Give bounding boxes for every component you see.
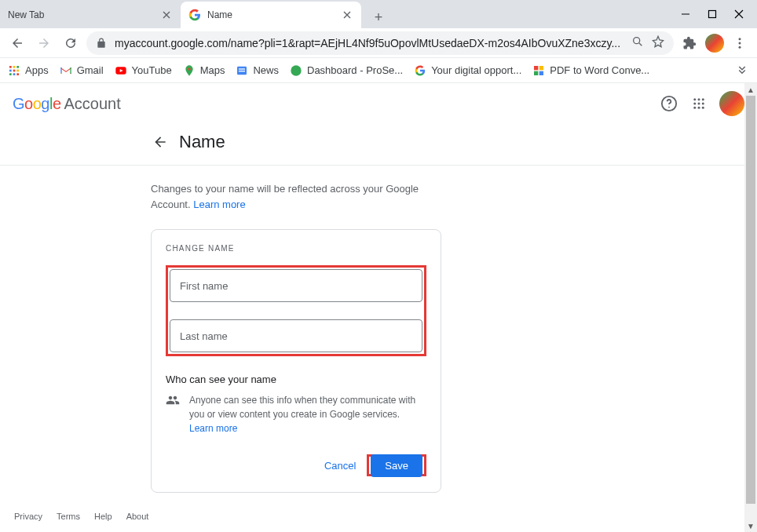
reload-icon[interactable] (60, 32, 82, 54)
svg-point-26 (698, 98, 700, 100)
chrome-menu-icon[interactable] (729, 32, 751, 54)
svg-rect-11 (9, 73, 12, 75)
star-icon[interactable] (652, 35, 664, 50)
account-avatar-icon[interactable] (719, 91, 744, 116)
minimize-icon[interactable] (680, 9, 691, 20)
zoom-icon[interactable] (631, 35, 644, 50)
google-logo[interactable]: Google (13, 95, 61, 113)
first-name-field[interactable]: First name (170, 269, 422, 302)
scroll-thumb[interactable] (746, 96, 755, 504)
svg-rect-8 (9, 69, 12, 71)
page-header: Name (0, 124, 757, 166)
card-section-label: CHANGE NAME (166, 244, 426, 253)
bookmark-gmail[interactable]: Gmail (60, 64, 104, 77)
window-close-icon[interactable] (733, 9, 744, 20)
gmail-icon (60, 64, 72, 77)
pdf-icon (532, 64, 545, 77)
bookmark-label: Gmail (77, 64, 104, 76)
description-text: Changes to your name will be reflected a… (151, 183, 419, 210)
news-icon (236, 64, 248, 77)
footer-terms[interactable]: Terms (57, 512, 80, 521)
bookmark-label: Your digital opport... (431, 64, 521, 76)
people-icon (166, 393, 180, 435)
footer-help[interactable]: Help (94, 512, 112, 521)
tab-strip: New Tab Name + (0, 0, 757, 28)
svg-point-4 (739, 46, 741, 48)
save-highlight: Save (367, 454, 426, 476)
bookmarks-overflow-icon[interactable] (735, 62, 749, 78)
app-bar: Google Account (0, 83, 757, 124)
nav-forward-icon[interactable] (33, 32, 55, 54)
close-icon[interactable] (160, 9, 173, 21)
extensions-icon[interactable] (678, 32, 700, 54)
lock-icon (96, 38, 107, 49)
vertical-scrollbar[interactable]: ▲ ▼ (744, 83, 757, 532)
nav-back-icon[interactable] (6, 32, 28, 54)
footer-privacy[interactable]: Privacy (14, 512, 42, 521)
account-label: Account (64, 95, 121, 113)
svg-point-33 (702, 107, 704, 109)
svg-point-1 (634, 38, 640, 44)
new-tab-button[interactable]: + (368, 6, 389, 28)
svg-rect-20 (539, 66, 543, 70)
svg-point-3 (739, 42, 741, 44)
bookmark-digital-opport[interactable]: Your digital opport... (414, 64, 521, 77)
footer-about[interactable]: About (126, 512, 149, 521)
bookmark-maps[interactable]: Maps (183, 64, 225, 77)
save-button[interactable]: Save (371, 454, 422, 477)
bookmark-label: YouTube (132, 64, 172, 76)
scroll-down-icon[interactable]: ▼ (744, 519, 757, 532)
address-bar[interactable]: myaccount.google.com/name?pli=1&rapt=AEj… (86, 31, 674, 55)
svg-rect-19 (534, 66, 538, 70)
bookmark-youtube[interactable]: YouTube (115, 64, 172, 77)
profile-avatar-icon[interactable] (705, 34, 724, 53)
svg-rect-13 (16, 73, 19, 75)
svg-rect-12 (13, 73, 16, 75)
bookmark-pdf-word[interactable]: PDF to Word Conve... (532, 64, 649, 77)
bookmark-dashboard[interactable]: Dashboard - ProSe... (290, 64, 403, 77)
cancel-button[interactable]: Cancel (324, 460, 356, 472)
svg-rect-7 (16, 66, 19, 68)
learn-more-link[interactable]: Learn more (193, 199, 245, 210)
svg-point-24 (668, 107, 670, 108)
svg-rect-6 (13, 66, 16, 68)
page-back-icon[interactable] (151, 133, 170, 151)
bookmark-label: PDF to Word Conve... (550, 64, 649, 76)
svg-rect-22 (539, 71, 543, 75)
who-heading: Who can see your name (166, 373, 426, 385)
svg-point-29 (698, 103, 700, 105)
change-name-card: CHANGE NAME First name Last name Who can… (151, 229, 441, 493)
url-text: myaccount.google.com/name?pli=1&rapt=AEj… (115, 37, 624, 49)
last-name-field[interactable]: Last name (170, 319, 422, 352)
svg-point-28 (693, 103, 696, 105)
bookmark-apps[interactable]: Apps (8, 64, 49, 77)
maximize-icon[interactable] (707, 9, 718, 20)
scroll-up-icon[interactable]: ▲ (744, 83, 757, 96)
close-icon[interactable] (341, 9, 353, 21)
bookmarks-bar: Apps Gmail YouTube Maps News Dashboard -… (0, 58, 757, 83)
browser-tab-new-tab[interactable]: New Tab (0, 2, 181, 28)
svg-rect-18 (239, 71, 245, 71)
first-name-label: First name (180, 280, 228, 292)
maps-icon (183, 64, 196, 77)
dashboard-icon (290, 64, 302, 77)
bookmark-news[interactable]: News (236, 64, 279, 77)
help-icon[interactable] (660, 94, 678, 113)
tab-title: New Tab (8, 9, 160, 20)
google-favicon-icon (188, 9, 201, 21)
svg-point-31 (693, 107, 696, 109)
who-learn-more-link[interactable]: Learn more (189, 423, 237, 434)
bookmark-label: Apps (25, 64, 49, 76)
apps-icon (8, 64, 20, 77)
svg-rect-9 (13, 69, 16, 71)
name-fields-highlight: First name Last name (166, 265, 426, 356)
svg-rect-0 (709, 11, 716, 18)
svg-point-2 (739, 38, 741, 40)
svg-point-15 (188, 67, 190, 70)
browser-tab-name[interactable]: Name (181, 2, 361, 28)
apps-grid-icon[interactable] (689, 94, 708, 113)
page-footer: Privacy Terms Help About (0, 501, 163, 532)
svg-point-30 (702, 103, 704, 105)
svg-rect-17 (239, 68, 245, 69)
bookmark-label: News (253, 64, 279, 76)
